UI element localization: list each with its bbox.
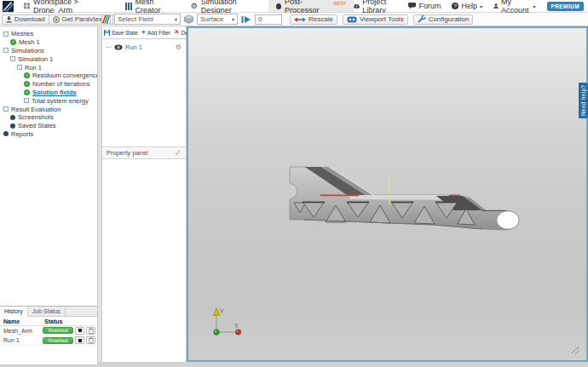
step-forward-icon[interactable]: [241, 15, 251, 24]
tab-mesh-creator[interactable]: Mesh Creator: [118, 0, 183, 12]
post-processor-icon: [276, 3, 281, 9]
stop-button[interactable]: [75, 327, 84, 335]
add-filter-button[interactable]: + Add Filter: [141, 30, 170, 36]
rescale-arrows-icon: [294, 16, 306, 23]
chevron-down-icon: ▾: [175, 16, 177, 22]
trash-icon: [89, 337, 94, 343]
plus-icon: +: [141, 30, 146, 35]
item-dot-icon: [10, 115, 15, 120]
tree-item-meshes[interactable]: Meshes: [0, 30, 97, 38]
trash-icon: [89, 328, 94, 334]
drone-arm-model: Y X: [188, 28, 586, 360]
tree-item-label: Simulation 1: [18, 55, 53, 63]
cylinder-cap: [497, 211, 519, 229]
save-floppy-icon: [104, 30, 110, 36]
tree-item-simulations[interactable]: Simulations: [0, 47, 97, 55]
tree-item-residuum-convergence-plot[interactable]: ✓Residuum convergence plot: [0, 72, 97, 80]
tab-post-processor[interactable]: Post-Processor BETA: [268, 0, 354, 12]
tab-simulation-designer[interactable]: ⚙ Simulation Designer: [183, 0, 268, 12]
representation-dropdown[interactable]: Surface ▾: [197, 14, 238, 25]
filter-panel-header: Save State + Add Filter ✕ Delete Filter: [102, 26, 186, 39]
resize-grip[interactable]: [572, 347, 579, 354]
job-name: Run 1: [3, 337, 41, 343]
status-badge[interactable]: Finished: [43, 337, 73, 344]
history-tab-job-status[interactable]: Job Status: [28, 307, 66, 316]
axis-triad: Y X: [213, 308, 241, 335]
surface-cube-icon: [184, 14, 193, 24]
tree-item-result-evaluation[interactable]: Result Evaluation: [0, 105, 97, 113]
project-tree: Meshes✓Mesh 1SimulationsSimulation 1Run …: [0, 26, 98, 306]
premium-badge: PREMIUM: [547, 2, 585, 11]
delete-x-icon: ✕: [174, 29, 180, 36]
history-tab-history[interactable]: History: [0, 307, 28, 317]
history-row-run-1: Run 1Finished: [0, 336, 97, 347]
tree-item-mesh-1[interactable]: ✓Mesh 1: [0, 38, 97, 47]
paraview-icon: [53, 16, 60, 23]
help-icon: ?: [452, 3, 458, 9]
need-help-tab[interactable]: Need help?: [579, 83, 588, 118]
stop-icon: [78, 329, 82, 332]
tree-item-label: Number of iterations: [32, 80, 90, 88]
status-badge[interactable]: Finished: [43, 327, 73, 334]
tree-item-saved-states[interactable]: Saved States: [0, 122, 97, 130]
tree-item-total-system-energy[interactable]: Total system energy: [0, 96, 97, 105]
x-axis-label: X: [234, 323, 239, 329]
tree-item-label: Solution fields: [32, 89, 77, 96]
rescale-button[interactable]: Rescale: [290, 14, 337, 25]
y-axis-label: Y: [220, 308, 224, 314]
tree-item-screenshots[interactable]: Screenshots: [0, 113, 97, 122]
property-panel-header[interactable]: Property panel ✓: [102, 146, 186, 159]
tree-item-simulation-1[interactable]: Simulation 1: [0, 54, 97, 63]
speech-bubble-icon: [408, 3, 416, 9]
gears-icon: ⚙: [191, 2, 198, 10]
history-table-header: Name Status: [0, 317, 97, 326]
select-field-dropdown[interactable]: Select Field ▾: [114, 14, 181, 25]
apply-check-icon[interactable]: ✓: [175, 148, 182, 158]
tree-item-label: Reports: [11, 130, 33, 138]
mesh-bars-icon: [125, 3, 132, 10]
help-menu[interactable]: ? Help ▾: [452, 2, 482, 10]
download-icon: [6, 16, 12, 23]
render-viewport[interactable]: Y X: [187, 26, 588, 362]
tree-item-run-1[interactable]: Run 1: [0, 63, 97, 72]
delete-button[interactable]: [86, 327, 95, 335]
history-panel: HistoryJob Status Name Status Mesh_ArmFi…: [0, 306, 98, 364]
filter-run-label[interactable]: Run 1: [125, 43, 142, 51]
tree-item-label: Total system energy: [32, 97, 89, 105]
stop-button[interactable]: [75, 336, 84, 344]
post-processor-toolbar: Download Get ParaView® ↻ Select Field ▾: [0, 13, 588, 26]
y-axis-cone: [213, 308, 220, 316]
tree-item-label: Screenshots: [18, 113, 54, 121]
beta-badge: BETA: [333, 1, 346, 6]
check-icon: ✓: [24, 81, 30, 87]
frame-number-input[interactable]: [255, 14, 282, 25]
viewport-tools-button[interactable]: Viewport Tools: [343, 14, 408, 25]
chevron-down-icon: ▾: [533, 3, 535, 9]
tree-connector: [107, 47, 112, 48]
workspace-tab[interactable]: Workspace > Drone_Arm: [16, 0, 118, 12]
forum-link[interactable]: Forum: [408, 2, 441, 10]
tree-item-label: Mesh 1: [19, 38, 40, 46]
collapse-icon: [24, 98, 29, 103]
tree-item-label: Residuum convergence plot: [32, 72, 98, 79]
collapse-icon: [3, 32, 9, 37]
check-icon: ✓: [24, 72, 30, 78]
grid-icon: [24, 3, 30, 9]
simscale-logo-icon: [3, 1, 14, 12]
filter-run-item[interactable]: Run 1 ⚙: [102, 41, 186, 53]
x-axis-sphere: [235, 330, 240, 335]
save-state-button[interactable]: Save State: [104, 30, 138, 36]
tree-item-reports[interactable]: Reports: [0, 130, 97, 139]
configuration-button[interactable]: Configuration: [413, 14, 474, 25]
tree-item-solution-fields[interactable]: ✓Solution fields: [0, 89, 97, 97]
person-icon: [493, 3, 499, 9]
delete-button[interactable]: [86, 336, 95, 344]
history-rows: Mesh_ArmFinishedRun 1Finished: [0, 326, 97, 346]
tree-item-label: Run 1: [25, 64, 42, 72]
filter-settings-icon[interactable]: ⚙: [176, 43, 186, 51]
tree-item-number-of-iterations[interactable]: ✓Number of iterations: [0, 80, 97, 89]
stop-icon: [78, 339, 82, 342]
visibility-eye-icon[interactable]: [114, 44, 123, 50]
history-row-mesh-arm: Mesh_ArmFinished: [0, 326, 97, 336]
download-button[interactable]: Download: [2, 14, 49, 25]
